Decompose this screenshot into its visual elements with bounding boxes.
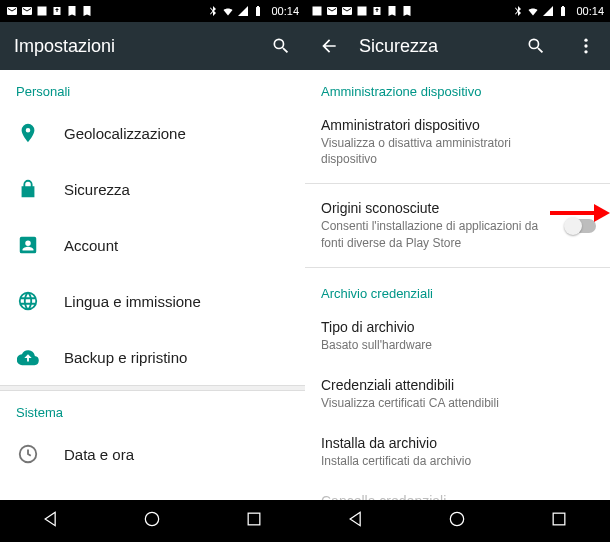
wifi-icon xyxy=(222,5,234,17)
unknown-sources-toggle[interactable] xyxy=(566,219,596,233)
status-right-icons: 00:14 xyxy=(207,5,299,17)
account-icon xyxy=(16,233,40,257)
nav-back-button[interactable] xyxy=(41,509,61,533)
svg-rect-8 xyxy=(553,513,565,525)
phone-security-settings: 00:14 Sicurezza Amministrazione disposit… xyxy=(305,0,610,542)
page-title: Sicurezza xyxy=(359,36,506,57)
location-icon xyxy=(16,121,40,145)
settings-item-label: Account xyxy=(64,237,118,254)
setting-title: Credenziali attendibili xyxy=(321,377,540,393)
signal-icon xyxy=(542,5,554,17)
playstore-icon xyxy=(66,5,78,17)
setting-storage-type[interactable]: Tipo di archivio Basato sull'hardware xyxy=(305,307,610,365)
settings-item-label: Data e ora xyxy=(64,446,134,463)
settings-item-backup[interactable]: Backup e ripristino xyxy=(0,329,305,385)
setting-subtitle: Visualizza certificati CA attendibili xyxy=(321,395,540,411)
section-header-device-admin: Amministrazione dispositivo xyxy=(305,70,610,105)
setting-trusted-credentials[interactable]: Credenziali attendibili Visualizza certi… xyxy=(305,365,610,423)
youtube-icon xyxy=(36,5,48,17)
nav-home-button[interactable] xyxy=(142,509,162,533)
nav-recents-button[interactable] xyxy=(244,509,264,533)
playstore-icon xyxy=(401,5,413,17)
settings-item-label: Sicurezza xyxy=(64,181,130,198)
setting-title: Cancella credenziali xyxy=(321,493,540,500)
svg-point-4 xyxy=(584,39,587,42)
settings-item-account[interactable]: Account xyxy=(0,217,305,273)
phone-settings-main: 00:14 Impostazioni Personali Geolocalizz… xyxy=(0,0,305,542)
clock-icon xyxy=(16,442,40,466)
nav-bar xyxy=(0,500,305,542)
bluetooth-icon xyxy=(512,5,524,17)
status-bar: 00:14 xyxy=(305,0,610,22)
search-button[interactable] xyxy=(526,36,546,56)
settings-item-datetime[interactable]: Data e ora xyxy=(0,426,305,482)
setting-install-from-storage[interactable]: Installa da archivio Installa certificat… xyxy=(305,423,610,481)
settings-item-label: Lingua e immissione xyxy=(64,293,201,310)
status-left-icons xyxy=(6,5,93,17)
square-recents-icon xyxy=(549,509,569,529)
gmail-icon xyxy=(341,5,353,17)
setting-title: Origini sconosciute xyxy=(321,200,540,216)
playstore-icon xyxy=(386,5,398,17)
nav-back-button[interactable] xyxy=(346,509,366,533)
triangle-back-icon xyxy=(41,509,61,529)
more-vert-icon xyxy=(576,36,596,56)
setting-unknown-sources[interactable]: Origini sconosciute Consenti l'installaz… xyxy=(305,188,610,262)
more-button[interactable] xyxy=(576,36,596,56)
status-bar: 00:14 xyxy=(0,0,305,22)
section-header-credentials: Archivio credenziali xyxy=(305,272,610,307)
screenshot-icon xyxy=(311,5,323,17)
settings-item-label: Geolocalizzazione xyxy=(64,125,186,142)
setting-title: Tipo di archivio xyxy=(321,319,540,335)
status-right-icons: 00:14 xyxy=(512,5,604,17)
setting-title: Installa da archivio xyxy=(321,435,540,451)
status-time: 00:14 xyxy=(271,5,299,17)
search-icon xyxy=(526,36,546,56)
svg-point-5 xyxy=(584,44,587,47)
bluetooth-icon xyxy=(207,5,219,17)
security-settings-list: Amministrazione dispositivo Amministrato… xyxy=(305,70,610,500)
settings-item-label: Backup e ripristino xyxy=(64,349,187,366)
settings-list: Personali Geolocalizzazione Sicurezza Ac… xyxy=(0,70,305,500)
cloud-upload-icon xyxy=(16,345,40,369)
battery-icon xyxy=(252,5,264,17)
nav-recents-button[interactable] xyxy=(549,509,569,533)
setting-device-admins[interactable]: Amministratori dispositivo Visualizza o … xyxy=(305,105,610,179)
playstore-icon xyxy=(81,5,93,17)
settings-item-location[interactable]: Geolocalizzazione xyxy=(0,105,305,161)
gmail-icon xyxy=(21,5,33,17)
updates-icon xyxy=(51,5,63,17)
circle-home-icon xyxy=(142,509,162,529)
divider xyxy=(305,267,610,268)
app-bar-security: Sicurezza xyxy=(305,22,610,70)
settings-item-security[interactable]: Sicurezza xyxy=(0,161,305,217)
arrow-back-icon xyxy=(319,36,339,56)
settings-item-language[interactable]: Lingua e immissione xyxy=(0,273,305,329)
youtube-icon xyxy=(356,5,368,17)
signal-icon xyxy=(237,5,249,17)
setting-subtitle: Installa certificati da archivio xyxy=(321,453,540,469)
app-bar-main: Impostazioni xyxy=(0,22,305,70)
nav-home-button[interactable] xyxy=(447,509,467,533)
gmail-icon xyxy=(6,5,18,17)
divider xyxy=(305,183,610,184)
back-button[interactable] xyxy=(319,36,339,56)
svg-point-7 xyxy=(451,512,464,525)
status-left-icons xyxy=(311,5,413,17)
globe-icon xyxy=(16,289,40,313)
search-icon xyxy=(271,36,291,56)
square-recents-icon xyxy=(244,509,264,529)
section-header-personal: Personali xyxy=(0,70,305,105)
svg-rect-2 xyxy=(248,513,260,525)
page-title: Impostazioni xyxy=(14,36,251,57)
circle-home-icon xyxy=(447,509,467,529)
wifi-icon xyxy=(527,5,539,17)
nav-bar xyxy=(305,500,610,542)
updates-icon xyxy=(371,5,383,17)
search-button[interactable] xyxy=(271,36,291,56)
svg-point-6 xyxy=(584,50,587,53)
setting-clear-credentials: Cancella credenziali Rimuovi tutti i cer… xyxy=(305,481,610,500)
setting-subtitle: Consenti l'installazione di applicazioni… xyxy=(321,218,540,250)
svg-rect-3 xyxy=(313,7,322,16)
section-header-system: Sistema xyxy=(0,391,305,426)
